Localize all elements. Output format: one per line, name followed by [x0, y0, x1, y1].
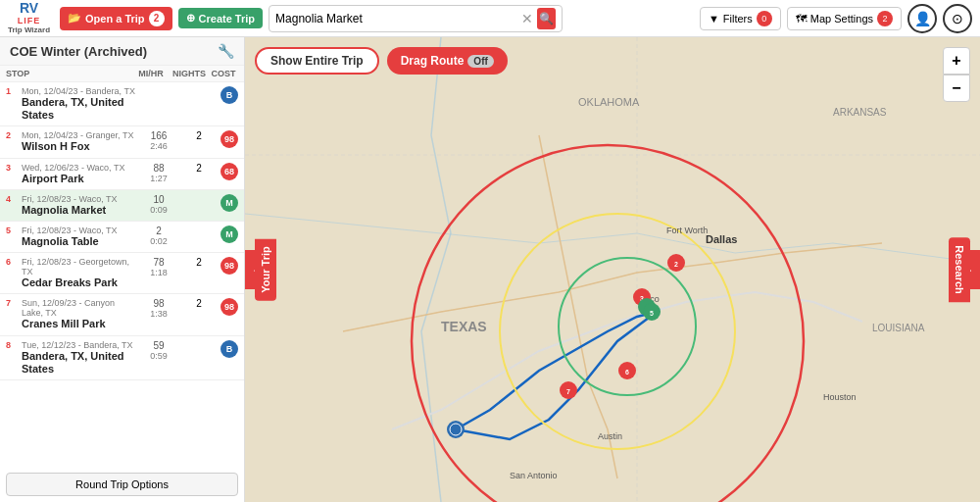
- stop-metrics: 59 0:59: [140, 340, 177, 361]
- clear-search-icon[interactable]: ✕: [521, 11, 533, 26]
- map-settings-count: 2: [877, 11, 893, 26]
- stop-name: Cranes Mill Park: [22, 318, 136, 330]
- filters-button[interactable]: ▼ Filters 0: [700, 7, 781, 30]
- show-entire-trip-button[interactable]: Show Entire Trip: [255, 47, 379, 75]
- stop-icon: B: [220, 340, 238, 358]
- user-menu-button[interactable]: ⊙: [943, 4, 972, 33]
- stop-item[interactable]: 2 Mon, 12/04/23 - Granger, TX Wilson H F…: [0, 126, 244, 158]
- stop-info: Tue, 12/12/23 - Bandera, TX Bandera, TX,…: [22, 340, 136, 376]
- svg-text:TEXAS: TEXAS: [441, 319, 487, 334]
- drag-route-label: Drag Route: [401, 54, 465, 68]
- stop-mi: 78: [153, 257, 164, 268]
- stop-name: Magnolia Table: [22, 235, 136, 248]
- stop-info: Mon, 12/04/23 - Granger, TX Wilson H Fox: [22, 130, 136, 153]
- stop-hr: 0:09: [150, 205, 168, 215]
- svg-text:San Antonio: San Antonio: [510, 471, 558, 480]
- zoom-in-button[interactable]: +: [943, 47, 970, 75]
- stop-info: Sun, 12/09/23 - Canyon Lake, TX Cranes M…: [22, 298, 136, 330]
- sidebar: COE Winter (Archived) 🔧 STOP MI/HR NIGHT…: [0, 37, 245, 502]
- open-trip-badge: 2: [149, 11, 165, 26]
- stop-date: Mon, 12/04/23 - Granger, TX: [22, 130, 136, 140]
- research-button[interactable]: Research: [949, 237, 970, 302]
- stop-date: Tue, 12/12/23 - Bandera, TX: [22, 340, 136, 350]
- stop-info: Fri, 12/08/23 - Waco, TX Magnolia Table: [22, 226, 136, 248]
- open-trip-button[interactable]: 📂 Open a Trip 2: [60, 7, 172, 30]
- stop-number: 3: [6, 163, 18, 173]
- stop-number: 7: [6, 298, 18, 308]
- svg-text:5: 5: [650, 310, 654, 317]
- stop-hr: 2:46: [150, 141, 168, 151]
- sidebar-header: COE Winter (Archived) 🔧: [0, 37, 244, 66]
- stop-metrics: 98 1:38: [140, 298, 177, 319]
- stop-number: 1: [6, 86, 18, 96]
- drag-route-button[interactable]: Drag Route Off: [387, 47, 508, 75]
- your-trip-button[interactable]: Your Trip: [255, 238, 276, 300]
- stop-item[interactable]: 4 Fri, 12/08/23 - Waco, TX Magnolia Mark…: [0, 190, 244, 222]
- stop-name: Airport Park: [22, 173, 136, 185]
- wrench-icon[interactable]: 🔧: [218, 43, 234, 59]
- stop-hr: 0:59: [150, 351, 168, 361]
- stop-icon: 98: [220, 130, 238, 148]
- stop-metrics: 166 2:46: [140, 130, 177, 151]
- stop-metrics: 2 0:02: [140, 226, 177, 246]
- stop-mi: 88: [153, 163, 164, 174]
- stop-icon: M: [220, 194, 238, 212]
- map-area: OKLAHOMA TEXAS LOUISIANA ARKANSAS Dallas…: [245, 37, 980, 502]
- stop-info: Mon, 12/04/23 - Bandera, TX Bandera, TX,…: [22, 86, 136, 122]
- svg-point-28: [450, 424, 462, 435]
- brand-rv: RV: [20, 1, 38, 16]
- stop-item[interactable]: 7 Sun, 12/09/23 - Canyon Lake, TX Cranes…: [0, 294, 244, 335]
- stop-number: 5: [6, 226, 18, 235]
- brand-logo: RV LIFE Trip Wizard: [8, 1, 50, 34]
- stop-item[interactable]: 5 Fri, 12/08/23 - Waco, TX Magnolia Tabl…: [0, 222, 244, 253]
- folder-icon: 📂: [68, 12, 81, 25]
- stop-info: Fri, 12/08/23 - Waco, TX Magnolia Market: [22, 194, 136, 217]
- stop-icon: M: [220, 226, 238, 243]
- stop-info: Wed, 12/06/23 - Waco, TX Airport Park: [22, 163, 136, 185]
- col-nights-header: NIGHTS: [170, 69, 209, 78]
- search-input[interactable]: [275, 12, 521, 25]
- stop-date: Fri, 12/08/23 - Waco, TX: [22, 194, 136, 204]
- stop-icon: 98: [220, 257, 238, 275]
- stop-mi: 166: [151, 130, 168, 141]
- stop-hr: 1:18: [150, 268, 168, 277]
- stop-mi: 59: [153, 340, 164, 351]
- filters-label: Filters: [723, 13, 753, 25]
- stop-name: Bandera, TX, United States: [22, 350, 136, 376]
- svg-text:7: 7: [566, 388, 570, 395]
- create-trip-button[interactable]: ⊕ Create Trip: [178, 8, 263, 28]
- stop-icon: B: [220, 86, 238, 104]
- svg-text:Dallas: Dallas: [706, 233, 737, 245]
- svg-text:2: 2: [674, 261, 678, 268]
- map-background: OKLAHOMA TEXAS LOUISIANA ARKANSAS Dallas…: [245, 37, 980, 502]
- search-box: ✕ 🔍: [269, 5, 563, 32]
- zoom-controls: + −: [943, 47, 970, 102]
- stop-date: Fri, 12/08/23 - Waco, TX: [22, 226, 136, 235]
- col-stop-header: STOP: [6, 69, 132, 78]
- main-area: COE Winter (Archived) 🔧 STOP MI/HR NIGHT…: [0, 37, 980, 502]
- stop-date: Fri, 12/08/23 - Georgetown, TX: [22, 257, 136, 276]
- stop-metrics: 10 0:09: [140, 194, 177, 215]
- svg-text:OKLAHOMA: OKLAHOMA: [578, 96, 640, 108]
- svg-text:LOUISIANA: LOUISIANA: [872, 323, 925, 333]
- brand-wizard: Trip Wizard: [8, 26, 50, 35]
- svg-text:Houston: Houston: [823, 392, 857, 402]
- stop-date: Wed, 12/06/23 - Waco, TX: [22, 163, 136, 173]
- stop-mi: 10: [153, 194, 164, 205]
- zoom-out-button[interactable]: −: [943, 75, 970, 102]
- svg-text:ARKANSAS: ARKANSAS: [833, 107, 887, 118]
- user-avatar[interactable]: 👤: [907, 4, 937, 33]
- stop-item[interactable]: 3 Wed, 12/06/23 - Waco, TX Airport Park …: [0, 159, 244, 190]
- stop-number: 8: [6, 340, 18, 350]
- stop-item[interactable]: 8 Tue, 12/12/23 - Bandera, TX Bandera, T…: [0, 336, 244, 380]
- stop-icon: 98: [220, 298, 238, 316]
- search-button[interactable]: 🔍: [537, 8, 556, 29]
- stop-nights: 2: [181, 257, 217, 268]
- stop-number: 4: [6, 194, 18, 204]
- stop-item[interactable]: 1 Mon, 12/04/23 - Bandera, TX Bandera, T…: [0, 82, 244, 126]
- filter-icon: ▼: [709, 13, 719, 25]
- stop-item[interactable]: 6 Fri, 12/08/23 - Georgetown, TX Cedar B…: [0, 253, 244, 294]
- drag-route-status: Off: [467, 55, 493, 68]
- round-trip-button[interactable]: Round Trip Options: [6, 473, 238, 496]
- map-settings-button[interactable]: 🗺 Map Settings 2: [787, 7, 902, 30]
